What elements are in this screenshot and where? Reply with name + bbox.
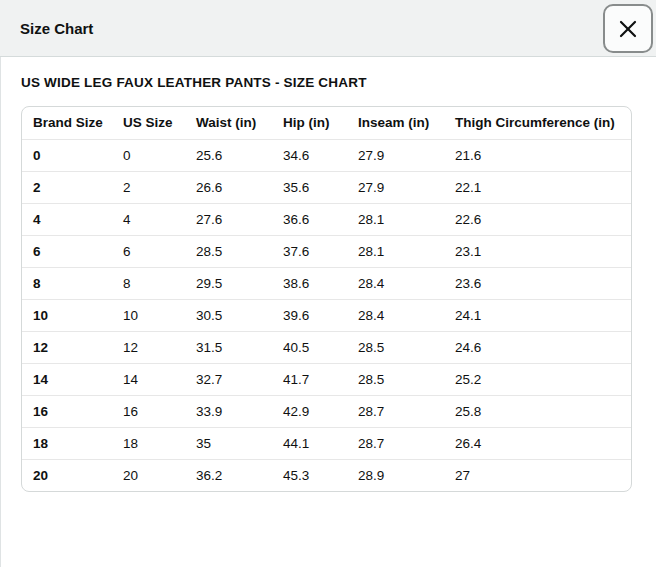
table-cell: 4 <box>112 203 185 235</box>
table-cell: 32.7 <box>185 363 272 395</box>
table-cell: 28.9 <box>347 459 444 491</box>
table-cell: 2 <box>112 171 185 203</box>
table-cell: 6 <box>112 235 185 267</box>
table-cell: 30.5 <box>185 299 272 331</box>
table-row: 6628.537.628.123.1 <box>22 235 631 267</box>
table-cell: 22.1 <box>444 171 631 203</box>
table-cell: 20 <box>112 459 185 491</box>
table-cell: 23.1 <box>444 235 631 267</box>
table-cell: 12 <box>22 331 112 363</box>
table-cell: 40.5 <box>272 331 347 363</box>
table-cell: 21.6 <box>444 139 631 171</box>
table-cell: 16 <box>112 395 185 427</box>
table-cell: 26.6 <box>185 171 272 203</box>
table-cell: 27.9 <box>347 139 444 171</box>
table-cell: 28.4 <box>347 267 444 299</box>
column-header: Brand Size <box>22 107 112 139</box>
table-cell: 28.7 <box>347 395 444 427</box>
table-cell: 20 <box>22 459 112 491</box>
table-body: 0025.634.627.921.62226.635.627.922.14427… <box>22 139 631 491</box>
table-row: 2226.635.627.922.1 <box>22 171 631 203</box>
table-cell: 44.1 <box>272 427 347 459</box>
table-cell: 27.9 <box>347 171 444 203</box>
table-cell: 39.6 <box>272 299 347 331</box>
table-cell: 25.8 <box>444 395 631 427</box>
table-cell: 22.6 <box>444 203 631 235</box>
table-cell: 14 <box>22 363 112 395</box>
table-row: 202036.245.328.927 <box>22 459 631 491</box>
table-cell: 14 <box>112 363 185 395</box>
table-cell: 45.3 <box>272 459 347 491</box>
table-cell: 28.1 <box>347 203 444 235</box>
table-cell: 0 <box>22 139 112 171</box>
table-cell: 6 <box>22 235 112 267</box>
size-chart-table-container: Brand SizeUS SizeWaist (in)Hip (in)Insea… <box>21 106 632 492</box>
table-cell: 41.7 <box>272 363 347 395</box>
modal-title: Size Chart <box>20 20 93 37</box>
column-header: Hip (in) <box>272 107 347 139</box>
table-cell: 34.6 <box>272 139 347 171</box>
column-header: Inseam (in) <box>347 107 444 139</box>
table-cell: 36.6 <box>272 203 347 235</box>
table-cell: 18 <box>22 427 112 459</box>
table-cell: 28.7 <box>347 427 444 459</box>
table-cell: 4 <box>22 203 112 235</box>
table-cell: 28.5 <box>185 235 272 267</box>
column-header: Thigh Circumference (in) <box>444 107 631 139</box>
table-row: 121231.540.528.524.6 <box>22 331 631 363</box>
table-row: 18183544.128.726.4 <box>22 427 631 459</box>
table-cell: 38.6 <box>272 267 347 299</box>
table-cell: 28.1 <box>347 235 444 267</box>
table-row: 141432.741.728.525.2 <box>22 363 631 395</box>
table-cell: 28.5 <box>347 363 444 395</box>
table-cell: 10 <box>112 299 185 331</box>
table-header-row: Brand SizeUS SizeWaist (in)Hip (in)Insea… <box>22 107 631 139</box>
table-cell: 2 <box>22 171 112 203</box>
column-header: Waist (in) <box>185 107 272 139</box>
table-row: 0025.634.627.921.6 <box>22 139 631 171</box>
table-cell: 33.9 <box>185 395 272 427</box>
table-cell: 37.6 <box>272 235 347 267</box>
table-cell: 29.5 <box>185 267 272 299</box>
table-cell: 12 <box>112 331 185 363</box>
table-cell: 18 <box>112 427 185 459</box>
size-chart-modal: Size Chart US WIDE LEG FAUX LEATHER PANT… <box>0 0 656 567</box>
table-cell: 23.6 <box>444 267 631 299</box>
table-cell: 28.5 <box>347 331 444 363</box>
table-cell: 27 <box>444 459 631 491</box>
table-cell: 24.1 <box>444 299 631 331</box>
table-cell: 42.9 <box>272 395 347 427</box>
table-cell: 16 <box>22 395 112 427</box>
table-cell: 25.6 <box>185 139 272 171</box>
table-cell: 25.2 <box>444 363 631 395</box>
table-cell: 27.6 <box>185 203 272 235</box>
table-cell: 28.4 <box>347 299 444 331</box>
table-cell: 35.6 <box>272 171 347 203</box>
table-row: 101030.539.628.424.1 <box>22 299 631 331</box>
close-button[interactable] <box>603 4 653 53</box>
table-cell: 8 <box>112 267 185 299</box>
table-cell: 36.2 <box>185 459 272 491</box>
table-cell: 24.6 <box>444 331 631 363</box>
table-cell: 10 <box>22 299 112 331</box>
table-cell: 35 <box>185 427 272 459</box>
table-cell: 8 <box>22 267 112 299</box>
table-cell: 31.5 <box>185 331 272 363</box>
modal-body: US WIDE LEG FAUX LEATHER PANTS - SIZE CH… <box>0 57 656 492</box>
modal-header: Size Chart <box>0 0 656 57</box>
table-row: 4427.636.628.122.6 <box>22 203 631 235</box>
table-cell: 0 <box>112 139 185 171</box>
table-cell: 26.4 <box>444 427 631 459</box>
column-header: US Size <box>112 107 185 139</box>
table-row: 161633.942.928.725.8 <box>22 395 631 427</box>
table-row: 8829.538.628.423.6 <box>22 267 631 299</box>
size-chart-table: Brand SizeUS SizeWaist (in)Hip (in)Insea… <box>22 107 631 491</box>
section-title: US WIDE LEG FAUX LEATHER PANTS - SIZE CH… <box>21 75 634 90</box>
close-icon <box>619 20 637 38</box>
